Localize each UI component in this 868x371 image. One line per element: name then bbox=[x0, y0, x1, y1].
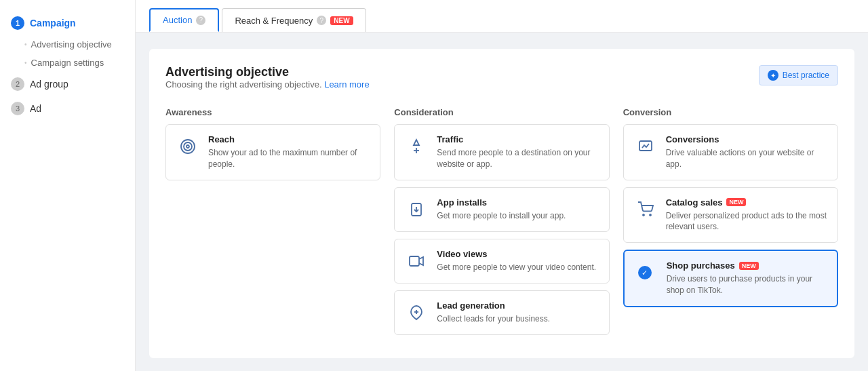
app-installs-card[interactable]: App installs Get more people to install … bbox=[394, 187, 609, 232]
auction-tab-label: Auction bbox=[163, 15, 192, 25]
tab-auction[interactable]: Auction ? bbox=[149, 8, 219, 32]
sidebar-adgroup-label: Ad group bbox=[30, 79, 68, 90]
shop-purchases-card-content: Shop purchases NEW Drive users to purcha… bbox=[667, 260, 827, 296]
tabs-row: Auction ? Reach & Frequency ? NEW bbox=[149, 8, 854, 32]
auction-info-icon[interactable]: ? bbox=[196, 16, 205, 25]
video-views-card-icon bbox=[404, 249, 429, 273]
video-views-card[interactable]: Video views Get more people to view your… bbox=[394, 239, 609, 284]
svg-point-0 bbox=[181, 140, 195, 153]
awareness-column: Awareness Reach Show your ad t bbox=[165, 107, 380, 342]
objective-section: Advertising objective Choosing the right… bbox=[149, 49, 854, 358]
sidebar-item-ad[interactable]: 3 Ad bbox=[0, 96, 135, 121]
shop-purchases-card-desc: Drive users to purchase products in your… bbox=[667, 273, 827, 296]
step-1-circle: 1 bbox=[11, 16, 24, 30]
traffic-card-content: Traffic Send more people to a destinatio… bbox=[437, 134, 599, 170]
campaign-settings-label: Campaign settings bbox=[31, 58, 104, 68]
sidebar-item-adgroup[interactable]: 2 Ad group bbox=[0, 72, 135, 96]
step-2-circle: 2 bbox=[11, 77, 24, 91]
traffic-card-icon bbox=[404, 134, 429, 159]
lead-generation-card-icon bbox=[404, 300, 429, 325]
section-subtitle: Choosing the right advertising objective… bbox=[165, 79, 370, 90]
video-views-card-content: Video views Get more people to view your… bbox=[437, 249, 596, 273]
catalog-sales-card[interactable]: Catalog sales NEW Deliver personalized p… bbox=[623, 187, 838, 243]
lead-generation-card-content: Lead generation Collect leads for your b… bbox=[437, 300, 550, 325]
conversions-card-content: Conversions Drive valuable actions on yo… bbox=[666, 134, 828, 170]
lead-generation-card-desc: Collect leads for your business. bbox=[437, 313, 550, 325]
sidebar-sub-advertising-objective[interactable]: Advertising objective bbox=[0, 35, 135, 54]
sidebar-sub-campaign-settings[interactable]: Campaign settings bbox=[0, 54, 135, 72]
sidebar-campaign-label: Campaign bbox=[30, 18, 76, 28]
objectives-grid: Awareness Reach Show your ad t bbox=[165, 107, 838, 342]
advertising-objective-label: Advertising objective bbox=[31, 39, 112, 50]
sidebar-item-campaign[interactable]: 1 Campaign bbox=[0, 11, 135, 35]
reach-frequency-new-badge: NEW bbox=[330, 16, 353, 25]
catalog-sales-card-desc: Deliver personalized product ads to the … bbox=[666, 210, 828, 233]
lead-generation-card[interactable]: Lead generation Collect leads for your b… bbox=[394, 290, 609, 335]
conversions-card-icon bbox=[633, 134, 658, 159]
catalog-sales-card-icon bbox=[633, 197, 658, 222]
traffic-card[interactable]: Traffic Send more people to a destinatio… bbox=[394, 124, 609, 180]
reach-frequency-tab-label: Reach & Frequency bbox=[235, 16, 313, 26]
lead-generation-card-title: Lead generation bbox=[437, 300, 550, 311]
reach-card-desc: Show your ad to the maximum number of pe… bbox=[208, 147, 370, 170]
top-section: Auction ? Reach & Frequency ? NEW bbox=[136, 0, 868, 33]
shop-purchases-card[interactable]: ✓ Shop purchases NEW Drive users to purc… bbox=[623, 250, 838, 307]
conversions-card[interactable]: Conversions Drive valuable actions on yo… bbox=[623, 124, 838, 180]
section-title: Advertising objective bbox=[165, 65, 370, 79]
svg-point-1 bbox=[184, 142, 192, 151]
shop-purchases-new-badge: NEW bbox=[739, 262, 759, 270]
shop-purchases-card-title: Shop purchases NEW bbox=[667, 260, 827, 271]
section-header: Advertising objective Choosing the right… bbox=[165, 65, 838, 103]
traffic-card-desc: Send more people to a destination on you… bbox=[437, 147, 599, 170]
svg-point-12 bbox=[650, 214, 651, 216]
best-practice-button[interactable]: ✦ Best practice bbox=[759, 65, 838, 85]
catalog-sales-new-badge: NEW bbox=[726, 198, 746, 206]
reach-card-title: Reach bbox=[208, 134, 370, 144]
sidebar: 1 Campaign Advertising objective Campaig… bbox=[0, 0, 136, 371]
main-content: Auction ? Reach & Frequency ? NEW Advert… bbox=[136, 0, 868, 371]
reach-card[interactable]: Reach Show your ad to the maximum number… bbox=[165, 124, 380, 180]
app-installs-card-desc: Get more people to install your app. bbox=[437, 210, 566, 222]
svg-point-2 bbox=[186, 145, 189, 148]
tab-reach-frequency[interactable]: Reach & Frequency ? NEW bbox=[222, 8, 366, 32]
conversions-card-desc: Drive valuable actions on your website o… bbox=[666, 147, 828, 170]
conversion-column-title: Conversion bbox=[623, 107, 838, 117]
learn-more-link[interactable]: Learn more bbox=[324, 79, 369, 90]
reach-card-icon bbox=[176, 134, 200, 159]
best-practice-icon: ✦ bbox=[768, 70, 778, 81]
video-views-card-desc: Get more people to view your video conte… bbox=[437, 262, 596, 273]
sidebar-ad-label: Ad bbox=[30, 103, 41, 114]
consideration-column-title: Consideration bbox=[394, 107, 609, 117]
reach-frequency-info-icon[interactable]: ? bbox=[317, 16, 326, 25]
content-area: Advertising objective Choosing the right… bbox=[136, 33, 868, 371]
svg-rect-7 bbox=[410, 256, 419, 266]
selected-check-icon: ✓ bbox=[638, 266, 652, 279]
reach-card-content: Reach Show your ad to the maximum number… bbox=[208, 134, 370, 170]
shop-purchases-card-icon: ✓ bbox=[634, 260, 658, 285]
traffic-card-title: Traffic bbox=[437, 134, 599, 144]
svg-point-11 bbox=[643, 214, 644, 216]
conversions-card-title: Conversions bbox=[666, 134, 828, 144]
step-3-circle: 3 bbox=[11, 102, 24, 115]
consideration-column: Consideration Traffic Send mo bbox=[394, 107, 609, 342]
subtitle-text: Choosing the right advertising objective… bbox=[165, 79, 322, 90]
app-installs-card-icon bbox=[404, 197, 429, 222]
conversion-column: Conversion Conversions Drive valuable ac… bbox=[623, 107, 838, 342]
awareness-column-title: Awareness bbox=[165, 107, 380, 117]
app-installs-card-title: App installs bbox=[437, 197, 566, 208]
catalog-sales-card-content: Catalog sales NEW Deliver personalized p… bbox=[666, 197, 828, 233]
catalog-sales-card-title: Catalog sales NEW bbox=[666, 197, 828, 208]
video-views-card-title: Video views bbox=[437, 249, 596, 259]
app-installs-card-content: App installs Get more people to install … bbox=[437, 197, 566, 222]
best-practice-label: Best practice bbox=[783, 71, 829, 80]
section-titles: Advertising objective Choosing the right… bbox=[165, 65, 370, 103]
